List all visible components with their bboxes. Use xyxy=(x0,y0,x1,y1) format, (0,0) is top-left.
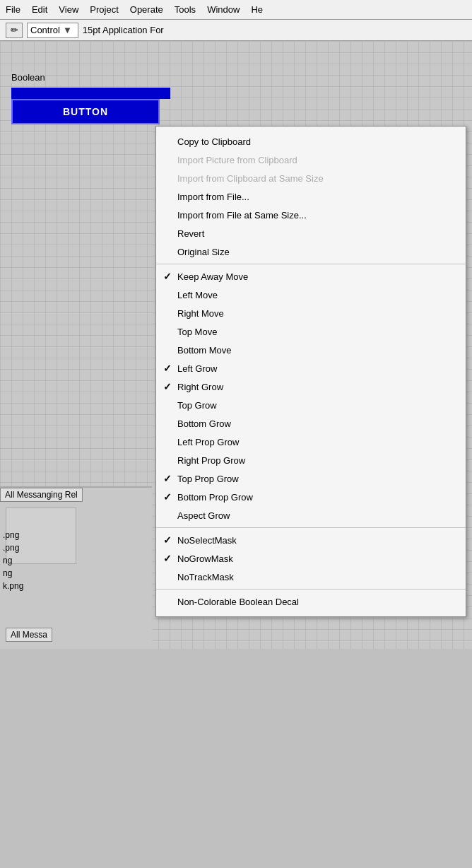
checkmark-icon: ✓ xyxy=(163,491,172,503)
menu-item-label: Original Size xyxy=(177,247,230,257)
list-item: k.png xyxy=(3,580,23,592)
menu-item-aspect-grow[interactable]: Aspect Grow xyxy=(156,506,466,524)
canvas-area: Boolean BUTTON All Messanging Rel All Me… xyxy=(0,41,472,649)
bottom-panel-label1: All Messanging Rel xyxy=(0,488,83,502)
menu-file[interactable]: File xyxy=(6,4,20,15)
checkmark-icon: ✓ xyxy=(163,553,172,564)
context-menu-section-1: Copy to Clipboard Import Picture from Cl… xyxy=(156,129,466,264)
menu-item-label: Bottom Prop Grow xyxy=(177,492,253,503)
checkmark-icon: ✓ xyxy=(163,271,172,282)
menu-item-right-move[interactable]: Right Move xyxy=(156,304,466,322)
list-item: ng xyxy=(3,567,23,580)
list-item: .png xyxy=(3,529,23,541)
menu-project[interactable]: Project xyxy=(90,4,118,15)
menu-item-no-track-mask[interactable]: NoTrackMask xyxy=(156,568,466,586)
menu-help[interactable]: He xyxy=(251,4,263,15)
menu-item-label: Top Prop Grow xyxy=(177,474,239,484)
list-item: .png xyxy=(3,541,23,554)
menu-item-label: Right Grow xyxy=(177,382,223,392)
menu-item-right-grow[interactable]: ✓ Right Grow xyxy=(156,377,466,396)
file-list: .png .png ng ng k.png xyxy=(3,529,23,592)
menu-item-left-move[interactable]: Left Move xyxy=(156,286,466,304)
menu-item-label: Import from File... xyxy=(177,192,249,202)
menu-item-revert[interactable]: Revert xyxy=(156,224,466,242)
menu-item-label: Left Prop Grow xyxy=(177,437,239,447)
menu-item-label: NoGrowMask xyxy=(177,553,233,564)
checkmark-icon: ✓ xyxy=(163,363,172,374)
pen-icon: ✏ xyxy=(11,25,18,35)
menu-item-label: Import from Clipboard at Same Size xyxy=(177,173,324,184)
checkmark-icon: ✓ xyxy=(163,534,172,546)
menu-tools[interactable]: Tools xyxy=(175,4,196,15)
menu-item-import-clipboard-same-size: Import from Clipboard at Same Size xyxy=(156,169,466,187)
menu-item-copy-clipboard[interactable]: Copy to Clipboard xyxy=(156,132,466,151)
context-menu-section-3: ✓ NoSelectMask ✓ NoGrowMask NoTrackMask xyxy=(156,527,466,589)
context-menu-section-2: ✓ Keep Away Move Left Move Right Move To… xyxy=(156,264,466,527)
menu-item-left-prop-grow[interactable]: Left Prop Grow xyxy=(156,433,466,451)
menu-item-import-file[interactable]: Import from File... xyxy=(156,187,466,206)
bottom-panel-label2: All Messa xyxy=(6,628,52,642)
menu-item-keep-away-move[interactable]: ✓ Keep Away Move xyxy=(156,267,466,286)
menu-item-label: Import from File at Same Size... xyxy=(177,210,307,221)
menu-item-label: Revert xyxy=(177,228,204,239)
menu-item-left-grow[interactable]: ✓ Left Grow xyxy=(156,359,466,377)
menu-view[interactable]: View xyxy=(59,4,78,15)
checkmark-icon: ✓ xyxy=(163,473,172,484)
menu-item-label: Right Prop Grow xyxy=(177,455,245,466)
button-cell[interactable]: BUTTON xyxy=(11,99,160,124)
menu-item-label: Right Move xyxy=(177,308,224,319)
context-menu-section-4: Non-Colorable Boolean Decal xyxy=(156,589,466,614)
menu-item-bottom-grow[interactable]: Bottom Grow xyxy=(156,414,466,433)
button-text: BUTTON xyxy=(63,106,108,117)
menu-item-top-prop-grow[interactable]: ✓ Top Prop Grow xyxy=(156,469,466,488)
menu-item-label: Import Picture from Clipboard xyxy=(177,155,297,165)
menu-item-no-select-mask[interactable]: ✓ NoSelectMask xyxy=(156,531,466,549)
checkmark-icon: ✓ xyxy=(163,381,172,392)
control-dropdown[interactable]: Control ▼ xyxy=(27,23,78,38)
boolean-label: Boolean xyxy=(11,72,45,83)
menu-item-top-move[interactable]: Top Move xyxy=(156,322,466,341)
menu-window[interactable]: Window xyxy=(207,4,240,15)
menu-item-label: Top Move xyxy=(177,327,217,337)
list-item: ng xyxy=(3,554,23,567)
menu-item-label: Non-Colorable Boolean Decal xyxy=(177,597,299,607)
menu-item-bottom-prop-grow[interactable]: ✓ Bottom Prop Grow xyxy=(156,488,466,506)
menu-item-bottom-move[interactable]: Bottom Move xyxy=(156,341,466,359)
menu-item-label: Top Grow xyxy=(177,400,217,411)
menu-item-label: Aspect Grow xyxy=(177,510,230,521)
menu-edit[interactable]: Edit xyxy=(32,4,47,15)
control-label: Control xyxy=(30,25,60,35)
menu-item-label: NoTrackMask xyxy=(177,572,234,582)
menu-item-no-grow-mask[interactable]: ✓ NoGrowMask xyxy=(156,549,466,568)
menu-item-label: Bottom Move xyxy=(177,345,232,356)
menu-item-label: Left Move xyxy=(177,290,218,300)
menu-item-right-prop-grow[interactable]: Right Prop Grow xyxy=(156,451,466,469)
menu-operate[interactable]: Operate xyxy=(130,4,163,15)
menu-item-import-file-same-size[interactable]: Import from File at Same Size... xyxy=(156,206,466,224)
menu-bar: File Edit View Project Operate Tools Win… xyxy=(0,0,472,20)
menu-item-label: Copy to Clipboard xyxy=(177,136,251,147)
toolbar: ✏ Control ▼ 15pt Application For xyxy=(0,20,472,41)
menu-item-non-colorable-boolean-decal[interactable]: Non-Colorable Boolean Decal xyxy=(156,592,466,611)
menu-item-label: Keep Away Move xyxy=(177,271,248,282)
dropdown-arrow-icon: ▼ xyxy=(63,25,72,35)
menu-item-label: Left Grow xyxy=(177,363,217,374)
menu-item-label: NoSelectMask xyxy=(177,535,237,546)
pen-button[interactable]: ✏ xyxy=(6,23,23,38)
boolean-bar xyxy=(11,88,170,99)
menu-item-import-picture-clipboard: Import Picture from Clipboard xyxy=(156,151,466,169)
form-label: 15pt Application For xyxy=(83,25,164,35)
menu-item-original-size[interactable]: Original Size xyxy=(156,242,466,261)
menu-item-label: Bottom Grow xyxy=(177,418,231,429)
context-menu: Copy to Clipboard Import Picture from Cl… xyxy=(155,126,466,617)
menu-item-top-grow[interactable]: Top Grow xyxy=(156,396,466,414)
